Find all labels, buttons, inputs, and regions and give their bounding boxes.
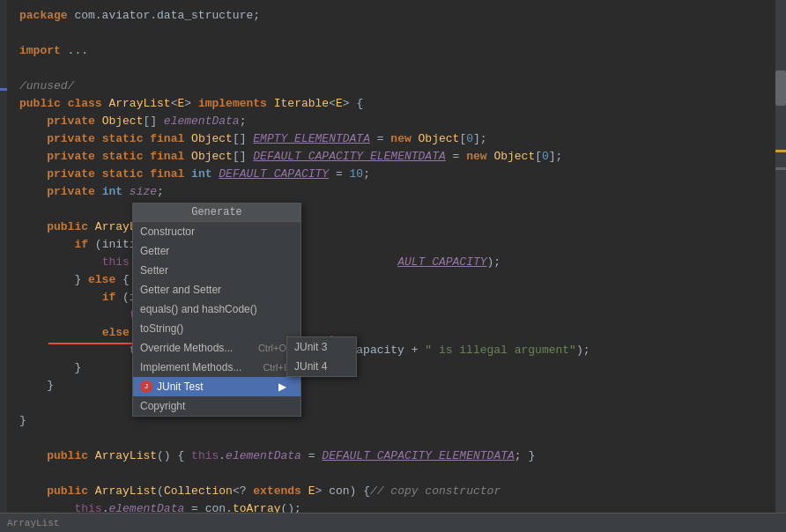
context-menu: Generate Constructor Getter Setter Gette… [132,203,301,417]
menu-item-override[interactable]: Override Methods... Ctrl+O [133,338,300,358]
code-line: public ArrayList(Collection<? extends E>… [12,483,786,500]
keyword-import: import [19,42,61,60]
code-line: this.elem...LMENTDATA; [12,307,786,324]
menu-item-equals-hashcode[interactable]: equals() and hashCode() [133,299,300,319]
code-line: public ArrayList() { this.elementData = … [12,447,786,465]
menu-item-junit[interactable]: J JUnit Test ▶ [133,377,300,396]
scrollbar[interactable] [775,0,786,532]
code-line [12,465,786,483]
scrollbar-marker [775,150,786,152]
code-line: } [12,377,786,395]
code-line [12,201,786,218]
code-line-throw: throw n... initialCapacity + " is illega… [12,342,786,359]
code-line: if (initialCa...) { [12,289,786,307]
submenu-item-junit3[interactable]: JUnit 3 [287,337,356,357]
code-line: } [12,412,786,430]
keyword-package: package [19,7,68,25]
status-bar: ArrayList [0,513,786,532]
code-line: package com.aviator.data_structure; [12,7,786,25]
editor-gutter [0,0,7,532]
code-line: import ... [12,42,786,60]
code-line [12,60,786,78]
comment-text: /unused/ [19,78,74,95]
gutter-marker-1 [0,88,7,91]
code-line: this.eleme... AULT_CAPACITY); [12,254,786,271]
menu-item-copyright[interactable]: Copyright [133,396,300,416]
code-line: private static final int DEFAULT_CAPACIT… [12,166,786,183]
code-line [12,395,786,412]
code-line [12,25,786,42]
code-line: if (initialCapa...) { [12,236,786,254]
code-line: public class ArrayList<E> implements Ite… [12,95,786,113]
code-line [12,430,786,447]
status-text: ArrayList [7,518,59,528]
scrollbar-thumb[interactable] [775,70,786,106]
context-menu-title: Generate [133,203,300,222]
submenu-item-junit4[interactable]: JUnit 4 [287,357,356,376]
menu-item-getter[interactable]: Getter [133,241,300,261]
menu-item-tostring[interactable]: toString() [133,319,300,338]
code-line: else [12,324,786,342]
menu-item-setter[interactable]: Setter [133,261,300,280]
menu-item-implement[interactable]: Implement Methods... Ctrl+I [133,358,300,377]
code-line: public ArrayList(...) { [12,218,786,236]
junit-submenu: JUnit 3 JUnit 4 [286,336,357,377]
junit-icon: J [140,381,152,393]
code-line: /unused/ [12,78,786,95]
menu-item-constructor[interactable]: Constructor [133,222,300,241]
scrollbar-marker-2 [775,167,786,170]
code-line: } else { [12,271,786,289]
code-line: } [12,359,786,377]
code-line: private static final Object[] EMPTY_ELEM… [12,130,786,148]
code-line: private int size; [12,183,786,201]
context-menu-overlay: Generate Constructor Getter Setter Gette… [132,203,301,417]
menu-item-getter-setter[interactable]: Getter and Setter [133,280,300,299]
code-line: private static final Object[] DEFAULT_CA… [12,148,786,166]
code-line: private Object[] elementData; [12,113,786,130]
code-text: com.aviator.data_structure; [68,7,260,25]
submenu-arrow: ▶ [278,381,286,393]
code-editor: package com.aviator.data_structure; impo… [0,0,786,532]
